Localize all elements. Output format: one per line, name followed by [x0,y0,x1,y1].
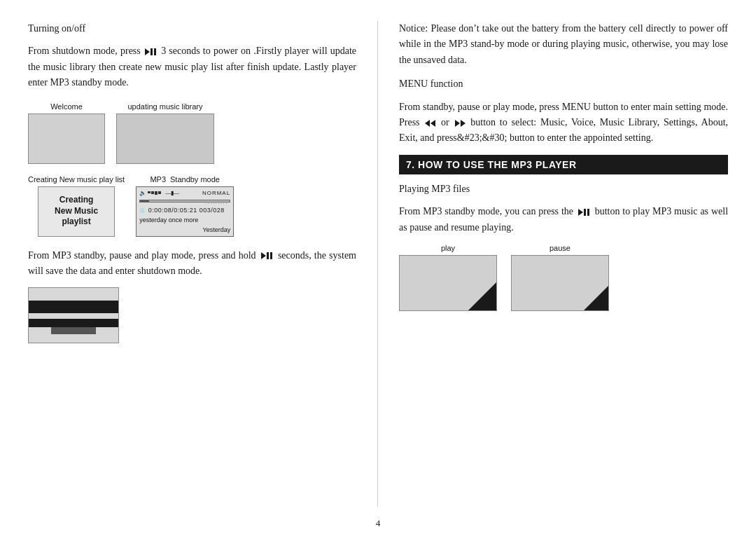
playing-mp3-files-title: Playing MP3 files [399,181,728,197]
device-screenshots-row1: Welcome updating music library [28,102,356,164]
double-left-arrow-icon [425,120,435,127]
standby-mode-label: Standby mode [170,175,220,184]
shutdown-sub-bar [51,327,96,334]
creating-screen: Creating New Music playlist [38,186,115,237]
pause-bar3a [584,209,586,216]
creating-text: Creating New Music playlist [55,195,98,228]
play-screen-item: play [399,244,497,311]
vol-bars [148,191,161,195]
pause-screen [511,255,609,311]
speaker-icon: 🔈 [139,190,146,196]
creating-line3: playlist [62,216,90,226]
shutdown-screen-item [28,287,356,343]
welcome-screen [28,114,105,164]
pause-bar3b [587,209,589,216]
playing-paragraph: From MP3 standby mode, you can press the… [399,204,728,235]
play-pause-icon3 [578,209,590,216]
double-right-arrow-icon [455,120,465,127]
left-arrow-1 [425,120,430,127]
welcome-label: Welcome [50,102,83,111]
device-screenshots-row2: Creating New music play list Creating Ne… [28,175,356,237]
notice-paragraph: Notice: Please don’t take out the batter… [399,21,728,68]
standby-normal-text: NORMAL [202,190,230,196]
welcome-screen-item: Welcome [28,102,105,164]
left-column: Turning on/off From shutdown mode, press… [28,21,378,507]
creating-line2: New Music [55,206,98,216]
standby-dots: ......... [205,200,228,205]
pause-bar2a [267,252,269,259]
disc-icon: 💿 [139,208,146,213]
section2-paragraph: From MP3 standby, pause and play mode, p… [28,248,356,280]
menu-paragraph: From standby, pause or play mode, press … [399,99,728,146]
right-arrow-1 [455,120,460,127]
right-arrow-2 [461,120,465,127]
play-pause-icon-inline [145,48,157,55]
two-column-layout: Turning on/off From shutdown mode, press… [28,21,728,507]
standby-nor: —▮— [165,190,179,196]
creating-screen-item: Creating New music play list Creating Ne… [28,175,125,237]
updating-screen [116,114,214,164]
shutdown-screen [28,287,119,343]
play-tri3 [578,209,583,216]
standby-label-mp3: MP3 [150,175,166,184]
standby-top-row: 🔈 —▮— NORMAL [139,190,230,196]
right-column: Notice: Please don’t take out the batter… [378,21,728,507]
standby-progress-fill [140,200,149,202]
standby-time-display: 💿 0:00:08/0:05:21 003/028 [139,207,230,214]
standby-song-name: yesterday once more [139,216,230,224]
shutdown-stripe-1 [29,301,118,313]
play-label: play [441,244,455,252]
play-pause-screenshots: play pause [399,244,728,311]
standby-screen: 🔈 —▮— NORMAL [136,186,234,237]
how-to-use-heading: 7. HOW TO USE THE MP3 PLAYER [399,155,728,174]
section1-paragraph1: From shutdown mode, press 3 seconds to p… [28,43,356,90]
page: Turning on/off From shutdown mode, press… [0,0,756,550]
standby-artist-name: Yesterday [139,226,230,233]
creating-label: Creating New music play list [28,175,125,184]
standby-screen-item: MP3 Standby mode 🔈 [136,175,234,237]
play-triangle [145,48,150,55]
menu-function-title: MENU function [399,76,728,92]
play-arrow-decoration [468,282,496,310]
standby-progress-bar: ......... [139,200,230,202]
page-number: 4 [28,518,728,529]
pause-bar-right [154,48,156,55]
creating-line1: Creating [59,195,94,205]
pause-bar2b [270,252,272,259]
pause-triangle-decoration [584,286,608,310]
turning-on-off-title: Turning on/off [28,21,356,36]
pause-label: pause [550,244,570,252]
shutdown-stripe-2 [29,319,118,327]
left-arrow-2 [430,120,435,127]
updating-label: updating music library [128,102,203,111]
play-pause-icon2 [261,252,273,259]
play-tri2 [261,252,266,259]
standby-vol: 🔈 —▮— [139,190,179,196]
pause-screen-item: pause [511,244,609,311]
updating-screen-item: updating music library [116,102,214,164]
pause-bar-left [150,48,153,55]
play-screen [399,255,497,311]
